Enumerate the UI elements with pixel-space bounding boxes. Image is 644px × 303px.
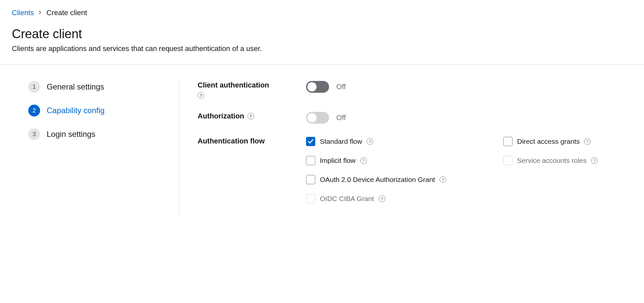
toggle-knob	[307, 82, 317, 91]
step-label-3: Login settings	[47, 130, 95, 139]
checkbox-item-device-grant: OAuth 2.0 Device Authorization Grant ?	[306, 175, 632, 184]
form-capability-config: Client authentication ? Off Au	[179, 81, 632, 216]
checkbox-ciba-grant	[306, 194, 315, 203]
toggle-state-client-auth: Off	[336, 83, 346, 91]
label-authorization: Authorization	[198, 112, 244, 120]
checkbox-label-standard-flow: Standard flow	[320, 138, 362, 145]
help-icon[interactable]: ?	[360, 157, 367, 164]
checkbox-label-direct-access-grants: Direct access grants	[517, 138, 580, 145]
checkbox-item-implicit-flow: Implicit flow ?	[306, 156, 490, 165]
checkbox-device-grant[interactable]	[306, 175, 315, 184]
field-authentication-flow: Authentication flow Standard flow ?	[198, 137, 632, 203]
help-icon[interactable]: ?	[591, 157, 598, 164]
step-label-1: General settings	[47, 82, 104, 91]
checkbox-item-standard-flow: Standard flow ?	[306, 137, 490, 146]
checkbox-standard-flow[interactable]	[306, 137, 315, 146]
label-authentication-flow: Authentication flow	[198, 137, 265, 145]
checkbox-item-direct-access-grants: Direct access grants ?	[503, 137, 632, 146]
page-header: Create client Clients are applications a…	[0, 17, 644, 64]
toggle-client-authentication[interactable]	[306, 81, 329, 93]
step-number-3: 3	[28, 128, 40, 140]
step-login-settings[interactable]: 3 Login settings	[28, 128, 169, 140]
checkbox-label-device-grant: OAuth 2.0 Device Authorization Grant	[320, 176, 435, 184]
toggle-authorization	[306, 112, 329, 124]
breadcrumb-link-clients[interactable]: Clients	[12, 9, 34, 17]
help-icon[interactable]: ?	[248, 113, 254, 119]
checkbox-service-accounts-roles	[503, 156, 513, 165]
toggle-state-authorization: Off	[336, 114, 346, 122]
toggle-knob	[307, 113, 317, 122]
checkbox-label-implicit-flow: Implicit flow	[320, 157, 356, 164]
help-icon[interactable]: ?	[584, 138, 591, 145]
checkbox-item-service-accounts-roles: Service accounts roles ?	[503, 156, 632, 165]
label-client-authentication: Client authentication	[198, 81, 269, 89]
step-number-1: 1	[28, 81, 40, 93]
step-general-settings[interactable]: 1 General settings	[28, 81, 169, 93]
breadcrumb-current: Create client	[46, 9, 87, 17]
help-icon[interactable]: ?	[198, 92, 204, 99]
help-icon[interactable]: ?	[440, 176, 446, 183]
field-client-authentication: Client authentication ? Off	[198, 81, 632, 99]
checkbox-direct-access-grants[interactable]	[503, 137, 513, 146]
help-icon[interactable]: ?	[379, 195, 385, 202]
checkbox-label-ciba-grant: OIDC CIBA Grant	[320, 195, 374, 203]
breadcrumb: Clients Create client	[0, 0, 644, 17]
chevron-right-icon	[38, 10, 42, 16]
checkbox-implicit-flow[interactable]	[306, 156, 315, 165]
page-subtitle: Clients are applications and services th…	[12, 44, 632, 53]
help-icon[interactable]: ?	[367, 138, 373, 145]
step-label-2: Capability config	[47, 106, 105, 115]
checkbox-label-service-accounts-roles: Service accounts roles	[517, 157, 586, 164]
field-authorization: Authorization ? Off	[198, 112, 632, 124]
step-capability-config[interactable]: 2 Capability config	[28, 105, 169, 116]
checkbox-item-ciba-grant: OIDC CIBA Grant ?	[306, 194, 632, 203]
step-number-2: 2	[28, 105, 40, 116]
page-title: Create client	[12, 27, 632, 41]
wizard-stepper: 1 General settings 2 Capability config 3…	[12, 81, 179, 216]
